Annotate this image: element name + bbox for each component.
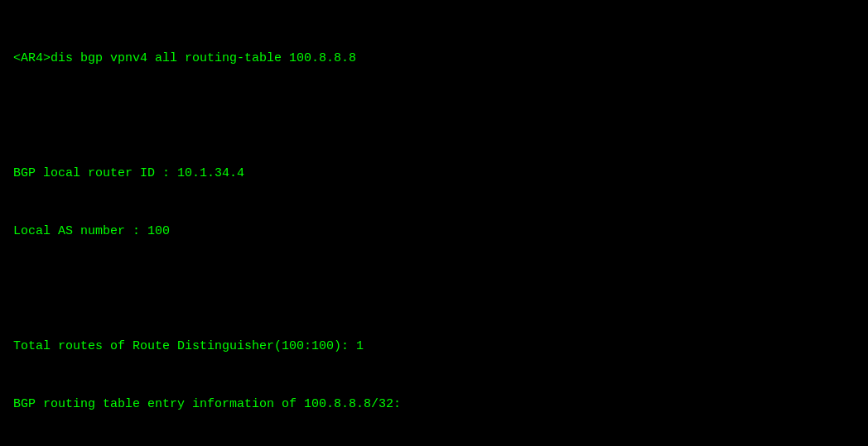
bgp-entry-line: BGP routing table entry information of 1… — [13, 395, 855, 414]
blank-line-2 — [13, 280, 855, 299]
bgp-router-id-line: BGP local router ID : 10.1.34.4 — [13, 164, 855, 183]
prompt-line: <AR4>dis bgp vpnv4 all routing-table 100… — [13, 49, 855, 68]
blank-line-1 — [13, 106, 855, 125]
local-as-line: Local AS number : 100 — [13, 222, 855, 241]
terminal-window: <AR4>dis bgp vpnv4 all routing-table 100… — [13, 10, 855, 446]
total-routes-line: Total routes of Route Distinguisher(100:… — [13, 337, 855, 356]
